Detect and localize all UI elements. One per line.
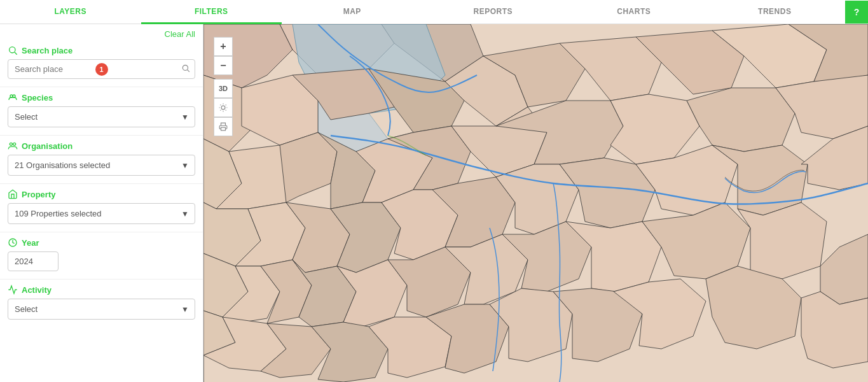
- activity-label: Activity: [8, 285, 195, 295]
- property-label: Property: [8, 189, 195, 199]
- panel-top-bar: Clear All: [0, 24, 203, 41]
- tab-map[interactable]: MAP: [282, 1, 423, 24]
- tilt-3d-button[interactable]: 3D: [214, 79, 233, 98]
- svg-line-74: [226, 110, 226, 111]
- zoom-in-button[interactable]: +: [214, 37, 233, 56]
- svg-line-78: [226, 104, 226, 105]
- divider-2: [0, 135, 203, 136]
- species-select[interactable]: Select: [8, 106, 195, 127]
- organisation-icon: [8, 141, 18, 151]
- search-place-wrapper: 1: [8, 59, 195, 79]
- svg-line-77: [220, 110, 221, 111]
- activity-select-wrapper: Select ▼: [8, 299, 195, 320]
- divider-5: [0, 279, 203, 279]
- top-nav: LAYERS FILTERS MAP REPORTS CHARTS TRENDS…: [0, 0, 868, 24]
- year-icon: [8, 237, 18, 248]
- svg-point-0: [10, 47, 15, 53]
- species-label: Species: [8, 92, 195, 103]
- property-section: Property 109 Properties selected ▼: [0, 185, 203, 230]
- svg-line-73: [220, 104, 221, 105]
- divider-4: [0, 232, 203, 232]
- activity-section: Activity Select ▼: [0, 281, 203, 326]
- printer-icon: [219, 122, 228, 131]
- filter-panel: Clear All Search place 1: [0, 24, 203, 382]
- property-select[interactable]: 109 Properties selected: [8, 203, 195, 224]
- tab-layers[interactable]: LAYERS: [0, 1, 141, 24]
- organisation-section: Organisation 21 Organisations selected ▼: [0, 137, 203, 182]
- tab-charts[interactable]: CHARTS: [563, 1, 705, 24]
- svg-line-3: [188, 70, 189, 72]
- search-place-label: Search place: [8, 45, 195, 55]
- species-section: Species Select ▼: [0, 88, 203, 134]
- sun-button[interactable]: [214, 98, 233, 117]
- svg-point-2: [183, 65, 188, 70]
- svg-point-6: [10, 143, 12, 145]
- tab-filters[interactable]: FILTERS: [141, 1, 282, 24]
- organisation-label: Organisation: [8, 141, 195, 151]
- property-icon: [8, 189, 18, 199]
- organisation-select-wrapper: 21 Organisations selected ▼: [8, 155, 195, 176]
- activity-icon: [8, 285, 18, 295]
- svg-point-70: [221, 106, 225, 110]
- divider-3: [0, 183, 203, 184]
- tab-trends[interactable]: TRENDS: [705, 1, 846, 24]
- print-button[interactable]: [214, 117, 233, 136]
- tab-reports[interactable]: REPORTS: [423, 1, 564, 24]
- activity-select[interactable]: Select: [8, 299, 195, 320]
- organisation-select[interactable]: 21 Organisations selected: [8, 155, 195, 176]
- clear-all-button[interactable]: Clear All: [165, 29, 195, 39]
- map-area[interactable]: + − 3D: [203, 24, 868, 382]
- year-input[interactable]: [8, 251, 59, 271]
- svg-line-1: [15, 52, 17, 55]
- main-content: Clear All Search place 1: [0, 24, 868, 382]
- search-input[interactable]: [8, 59, 195, 79]
- search-place-icon: [8, 45, 18, 55]
- divider-1: [0, 87, 203, 87]
- svg-marker-69: [801, 292, 868, 368]
- help-button[interactable]: ?: [845, 1, 868, 24]
- search-place-section: Search place 1: [0, 41, 203, 85]
- year-section: Year: [0, 234, 203, 278]
- map-controls: + − 3D: [214, 37, 233, 136]
- species-select-wrapper: Select ▼: [8, 106, 195, 127]
- search-submit-button[interactable]: [181, 64, 190, 74]
- property-select-wrapper: 109 Properties selected ▼: [8, 203, 195, 224]
- svg-rect-79: [221, 127, 226, 131]
- year-label: Year: [8, 237, 195, 248]
- magnifier-icon: [181, 64, 190, 73]
- svg-point-7: [13, 143, 16, 145]
- map-canvas: [203, 24, 868, 382]
- species-icon: [8, 92, 18, 103]
- svg-marker-57: [738, 202, 827, 279]
- sun-icon: [219, 103, 228, 112]
- zoom-out-button[interactable]: −: [214, 56, 233, 75]
